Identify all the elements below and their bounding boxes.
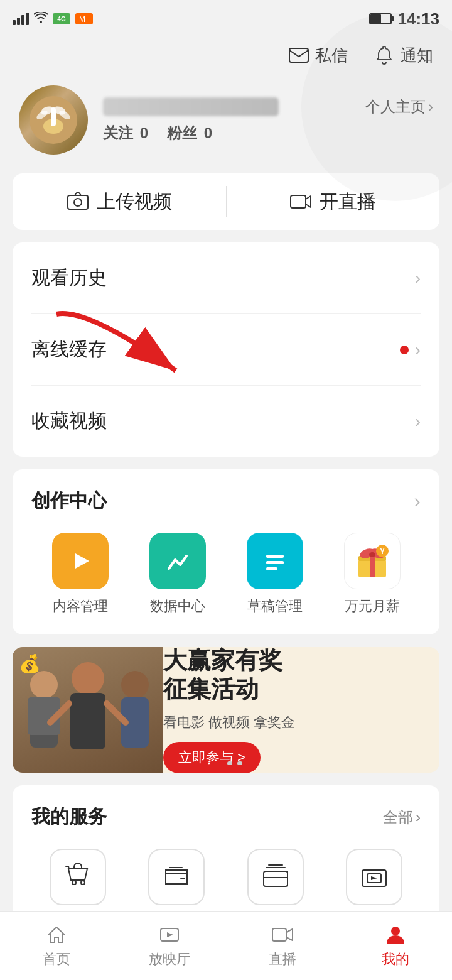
homepage-chevron: ›	[428, 98, 433, 116]
live-nav-icon	[271, 923, 294, 946]
creator-header: 创作中心 ›	[31, 488, 421, 514]
message-icon	[288, 44, 310, 67]
following-label: 关注	[103, 124, 133, 141]
status-right: 14:13	[369, 9, 440, 29]
banner-title: 大赢家有奖征集活动	[163, 647, 427, 704]
bell-icon	[373, 44, 396, 67]
creator-chevron[interactable]: ›	[414, 489, 421, 513]
monthly-salary-label: 万元月薪	[345, 597, 400, 616]
followers-count: 0	[204, 124, 212, 141]
nav-home-label: 首页	[43, 950, 70, 969]
notification-label: 通知	[401, 45, 433, 67]
services-all-btn[interactable]: 全部 ›	[383, 807, 421, 827]
favorites-chevron: ›	[415, 411, 421, 432]
svg-rect-38	[264, 871, 288, 886]
svg-rect-15	[266, 555, 284, 558]
notification-btn[interactable]: 通知	[373, 44, 433, 67]
svg-point-11	[74, 199, 82, 206]
banner-people-illustration: 💰	[13, 647, 163, 773]
creator-card: 创作中心 › 内容管理 数据中心	[13, 469, 439, 634]
banner-dots	[210, 761, 242, 765]
upload-video-label: 上传视频	[97, 189, 172, 215]
offline-cache-dot	[400, 346, 409, 354]
svg-rect-10	[68, 195, 88, 209]
time-display: 14:13	[398, 9, 440, 29]
banner-subtitle: 看电影 做视频 拿奖金	[163, 713, 427, 732]
svg-marker-41	[371, 876, 377, 880]
nav-live[interactable]: 直播	[226, 912, 339, 980]
offline-cache-label: 离线缓存	[31, 337, 107, 362]
banner-text-area: 大赢家有奖征集活动 看电影 做视频 拿奖金 立即参与 >	[163, 647, 439, 773]
favorites-item[interactable]: 收藏视频 ›	[31, 386, 421, 457]
creator-icons: 内容管理 数据中心 草稿管理	[31, 533, 421, 616]
monthly-salary-icon: ¥	[344, 533, 401, 589]
data-center-item[interactable]: 数据中心	[149, 533, 206, 616]
services-header: 我的服务 全部 ›	[31, 804, 421, 830]
monthly-salary-item[interactable]: ¥ 万元月薪	[344, 533, 401, 616]
draft-management-label: 草稿管理	[247, 597, 303, 616]
content-management-label: 内容管理	[53, 597, 108, 616]
homepage-label: 个人主页	[365, 97, 426, 117]
svg-point-36	[72, 881, 76, 885]
svg-rect-31	[70, 693, 105, 749]
banner-dot-active	[210, 761, 222, 765]
offline-cache-item[interactable]: 离线缓存 ›	[31, 314, 421, 386]
start-live-btn[interactable]: 开直播	[227, 189, 440, 215]
action-section: 上传视频 开直播	[13, 173, 439, 230]
draft-management-icon	[247, 533, 303, 589]
draft-management-item[interactable]: 草稿管理	[247, 533, 303, 616]
camera-icon	[67, 190, 89, 213]
profile-info: 个人主页 › 关注 0 粉丝 0	[103, 97, 433, 143]
avatar[interactable]	[19, 85, 88, 155]
nav-theater-label: 放映厅	[149, 950, 190, 969]
banner-cta-btn[interactable]: 立即参与 >	[163, 742, 261, 773]
nav-live-label: 直播	[269, 950, 296, 969]
app-icon-1: M	[75, 13, 93, 24]
wifi-icon	[34, 12, 48, 26]
content-management-icon	[52, 533, 109, 589]
watch-history-chevron: ›	[415, 268, 421, 288]
svg-rect-16	[266, 561, 284, 564]
watch-history-item[interactable]: 观看历史 ›	[31, 242, 421, 314]
svg-rect-12	[291, 195, 306, 208]
column-folder-icon	[346, 849, 402, 905]
svg-rect-45	[272, 928, 286, 941]
favorites-right: ›	[415, 411, 421, 432]
svg-point-30	[72, 662, 104, 695]
bottom-nav: 首页 放映厅 直播 我的	[0, 911, 452, 980]
banner-card[interactable]: 💰 大赢家有奖征集活动 看电影 做视频 拿奖金 立即参与 >	[13, 647, 439, 773]
network-4g-icon: 4G	[53, 13, 70, 24]
nav-theater[interactable]: 放映厅	[113, 912, 226, 980]
services-all-chevron: ›	[416, 808, 421, 826]
svg-rect-17	[266, 567, 277, 570]
svg-marker-44	[167, 932, 173, 937]
following-stat: 关注 0	[103, 123, 148, 143]
nav-mine-label: 我的	[382, 950, 409, 969]
upload-video-btn[interactable]: 上传视频	[13, 189, 226, 215]
nav-mine[interactable]: 我的	[339, 912, 452, 980]
data-center-label: 数据中心	[150, 597, 205, 616]
menu-card: 观看历史 › 离线缓存 › 收藏视频 ›	[13, 242, 439, 457]
profile-section: 个人主页 › 关注 0 粉丝 0	[0, 73, 452, 173]
private-message-btn[interactable]: 私信	[288, 44, 348, 67]
svg-point-37	[81, 881, 85, 885]
offline-cache-chevron: ›	[415, 340, 421, 360]
content-management-item[interactable]: 内容管理	[52, 533, 109, 616]
mine-icon	[384, 923, 407, 946]
svg-point-32	[121, 671, 149, 699]
homepage-link[interactable]: 个人主页 ›	[365, 97, 433, 117]
svg-text:M: M	[79, 15, 85, 24]
private-message-label: 私信	[315, 45, 348, 67]
watch-history-label: 观看历史	[31, 265, 107, 291]
nav-home[interactable]: 首页	[0, 912, 113, 980]
svg-text:¥: ¥	[380, 547, 384, 556]
banner-dot-2	[227, 761, 232, 765]
banner-dot-3	[237, 761, 242, 765]
home-icon	[45, 923, 68, 946]
svg-point-46	[391, 927, 400, 935]
favorites-label: 收藏视频	[31, 408, 107, 434]
creator-title: 创作中心	[31, 488, 107, 514]
svg-rect-21	[370, 556, 375, 577]
watch-history-right: ›	[415, 268, 421, 288]
svg-rect-2	[289, 48, 308, 62]
